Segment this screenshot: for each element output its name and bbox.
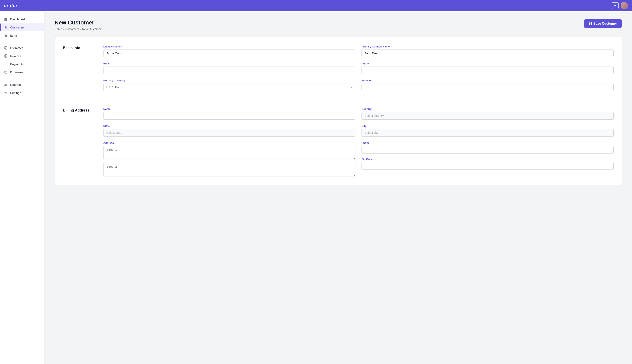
reports-icon: [4, 83, 8, 86]
sidebar-item-expenses[interactable]: Expenses: [0, 68, 44, 76]
sidebar-item-settings[interactable]: Settings: [0, 89, 44, 96]
currency-select-wrapper: US Dollar Euro British Pound: [103, 83, 356, 91]
billing-address-section: Billing Address Name Country Select coun…: [55, 100, 622, 185]
sidebar-customers-label: Customers: [10, 26, 25, 29]
primary-contact-input[interactable]: [362, 49, 613, 57]
display-name-input[interactable]: [103, 49, 356, 57]
zip-label: Zip Code: [362, 158, 613, 160]
website-label: Website: [362, 79, 613, 82]
required-indicator: *: [121, 45, 122, 48]
items-icon: [4, 34, 8, 37]
sidebar-item-dashboard[interactable]: Dashboard: [0, 15, 44, 23]
topnav-right: +: [612, 2, 628, 9]
avatar[interactable]: [621, 2, 628, 9]
display-name-label: Display Name *: [103, 45, 356, 48]
sidebar-item-estimates[interactable]: Estimates: [0, 44, 44, 52]
customers-icon: [4, 26, 8, 29]
website-input[interactable]: [362, 83, 613, 91]
svg-point-4: [5, 26, 7, 27]
title-area: New Customer Home / Customers / New Cust…: [55, 20, 101, 31]
sidebar-item-reports[interactable]: Reports: [0, 81, 44, 88]
country-label: Country: [362, 108, 613, 110]
currency-select[interactable]: US Dollar Euro British Pound: [103, 83, 356, 91]
sidebar: Dashboard Customers Items Estimates I: [0, 11, 45, 364]
billing-phone-input[interactable]: [362, 146, 613, 154]
avatar-image: [621, 2, 628, 9]
basic-info-title: Basic Info: [63, 45, 103, 91]
country-select[interactable]: Select country United States United King…: [362, 112, 613, 120]
state-group: State Select state: [103, 124, 356, 136]
basic-info-fields: Display Name * Primary Contact Name Emai…: [103, 45, 613, 91]
estimates-icon: [4, 46, 8, 50]
breadcrumb-customers[interactable]: Customers: [65, 28, 79, 31]
phone-input[interactable]: [362, 66, 613, 74]
city-select[interactable]: Select city: [362, 129, 613, 136]
zip-input[interactable]: [362, 162, 613, 170]
billing-address-title: Billing Address: [63, 108, 103, 177]
save-button-label: Save Customer: [593, 22, 617, 26]
currency-label: Primary Currency: [103, 79, 356, 82]
sidebar-payments-label: Payments: [10, 62, 24, 66]
sidebar-item-invoices[interactable]: Invoices: [0, 52, 44, 60]
sidebar-dashboard-label: Dashboard: [10, 18, 25, 21]
svg-point-20: [6, 92, 7, 93]
country-select-wrapper: Select country United States United King…: [362, 112, 613, 120]
top-navigation: crater +: [0, 0, 632, 11]
breadcrumb-current: New Customer: [82, 28, 101, 31]
sidebar-estimates-label: Estimates: [10, 46, 24, 50]
billing-name-group: Name: [103, 108, 356, 120]
sidebar-item-items[interactable]: Items: [0, 32, 44, 39]
page-title: New Customer: [55, 20, 101, 26]
settings-icon: [4, 91, 8, 94]
svg-rect-17: [5, 85, 5, 86]
save-customer-button[interactable]: Save Customer: [584, 20, 622, 28]
phone-group: Phone: [362, 62, 613, 74]
right-billing-fields: Phone Zip Code: [362, 142, 613, 177]
street2-input[interactable]: [103, 162, 356, 177]
main-content: New Customer Home / Customers / New Cust…: [45, 11, 632, 364]
address-group: Address: [103, 142, 356, 177]
zip-group: Zip Code: [362, 158, 613, 170]
expenses-icon: [4, 70, 8, 74]
email-input[interactable]: [103, 66, 356, 74]
sidebar-expenses-label: Expenses: [10, 70, 24, 74]
billing-address-fields: Name Country Select country United State…: [103, 108, 613, 177]
address-label: Address: [103, 142, 356, 144]
breadcrumb-sep-2: /: [80, 28, 81, 31]
billing-phone-group: Phone: [362, 142, 613, 154]
app-logo: crater: [4, 3, 18, 8]
website-group: Website: [362, 79, 613, 91]
sidebar-items-label: Items: [10, 34, 18, 37]
sidebar-reports-label: Reports: [10, 83, 21, 86]
invoices-icon: [4, 54, 8, 58]
primary-contact-label: Primary Contact Name: [362, 45, 613, 48]
svg-rect-1: [6, 18, 7, 19]
city-select-wrapper: Select city: [362, 129, 613, 136]
state-select[interactable]: Select state: [103, 129, 356, 136]
layout: Dashboard Customers Items Estimates I: [0, 11, 632, 364]
svg-rect-0: [5, 18, 6, 19]
city-label: City: [362, 124, 613, 128]
state-label: State: [103, 124, 356, 128]
sidebar-invoices-label: Invoices: [10, 54, 21, 58]
basic-info-section: Basic Info Display Name * Primary Contac…: [55, 37, 622, 100]
phone-label: Phone: [362, 62, 613, 65]
street1-input[interactable]: [103, 146, 356, 160]
billing-name-input[interactable]: [103, 112, 356, 120]
customer-form: Basic Info Display Name * Primary Contac…: [55, 37, 622, 185]
svg-rect-18: [6, 84, 6, 86]
billing-phone-label: Phone: [362, 142, 613, 144]
state-select-wrapper: Select state: [103, 129, 356, 136]
primary-contact-group: Primary Contact Name: [362, 45, 613, 57]
svg-rect-3: [6, 20, 7, 20]
svg-marker-5: [4, 34, 8, 37]
sidebar-item-payments[interactable]: Payments: [0, 60, 44, 68]
display-name-group: Display Name *: [103, 45, 356, 57]
add-button[interactable]: +: [612, 2, 619, 9]
country-group: Country Select country United States Uni…: [362, 108, 613, 120]
breadcrumb-home[interactable]: Home: [55, 28, 62, 31]
sidebar-item-customers[interactable]: Customers: [0, 24, 44, 31]
save-icon: [589, 22, 592, 25]
billing-name-label: Name: [103, 108, 356, 110]
page-header: New Customer Home / Customers / New Cust…: [55, 20, 622, 31]
